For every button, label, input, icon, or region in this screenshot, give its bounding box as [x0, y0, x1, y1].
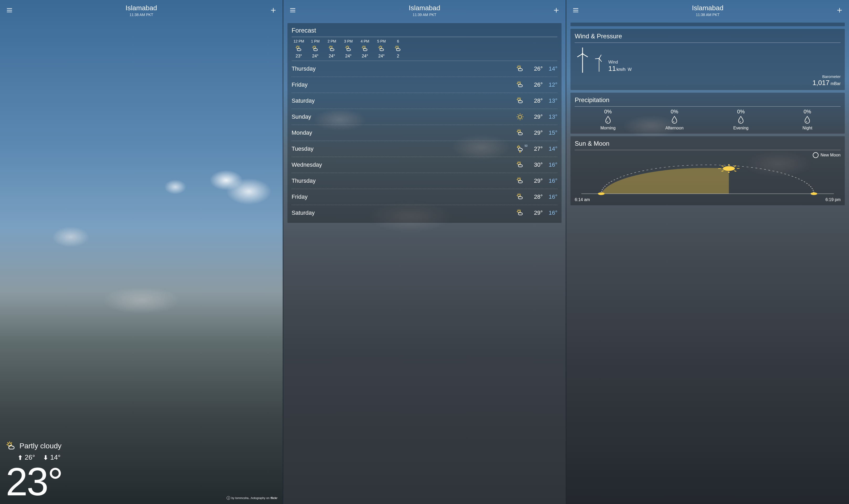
sunrise-time: 6:14 am — [575, 197, 590, 202]
day-name: Tuesday — [292, 145, 512, 152]
drop-icon — [671, 115, 678, 124]
sun-moon-panel: Sun & Moon New Moon — [571, 136, 845, 205]
day-low: 16° — [543, 161, 557, 168]
day-low: 16° — [543, 194, 557, 200]
storm-icon — [516, 145, 525, 153]
day-high: 26° — [528, 82, 543, 88]
turbine-icons — [575, 47, 604, 73]
day-name: Friday — [292, 194, 512, 200]
forecast-panel: Forecast 12 PM 23°1 PM 24°2 PM 24°3 PM 2… — [287, 23, 562, 223]
hour-temp: 24° — [373, 54, 390, 58]
flickr-label: flickr — [270, 497, 277, 500]
hour-temp: 24° — [340, 54, 357, 58]
hour-label: 2 PM — [324, 39, 340, 43]
menu-button[interactable] — [287, 4, 299, 16]
wind-direction: W — [628, 67, 632, 72]
drop-icon — [803, 115, 811, 124]
svg-line-50 — [734, 170, 736, 172]
cc-icon: c — [227, 496, 230, 500]
sun-arc — [575, 160, 841, 196]
condition-text: Partly cloudy — [19, 442, 61, 450]
hourly-item[interactable]: 12 PM 23° — [291, 39, 307, 58]
drop-icon — [737, 115, 744, 124]
hourly-item[interactable]: 5 PM 24° — [373, 39, 390, 58]
hamburger-icon — [289, 7, 296, 14]
day-name: Monday — [292, 129, 512, 136]
day-low: 13° — [543, 97, 557, 104]
forecast-title: Forecast — [292, 27, 558, 34]
plus-icon — [270, 7, 277, 14]
high-arrow-icon — [18, 455, 22, 460]
sunset-time: 6:19 pm — [825, 197, 841, 202]
daily-row[interactable]: Wednesday 30° 16° — [292, 158, 558, 172]
day-high: 29° — [528, 113, 543, 120]
precip-title: Precipitation — [575, 96, 841, 104]
menu-button[interactable] — [570, 4, 581, 16]
daily-row[interactable]: Friday 26° 12° — [292, 78, 558, 92]
hour-temp: 24° — [324, 54, 340, 58]
add-location-button[interactable] — [268, 4, 279, 16]
plus-icon — [553, 7, 560, 14]
add-location-button[interactable] — [834, 4, 845, 16]
daily-row[interactable]: Tuesday 50 27° 14° — [292, 142, 558, 156]
daily-row[interactable]: Thursday 26° 14° — [292, 62, 558, 76]
hourly-item[interactable]: 1 PM 24° — [307, 39, 324, 58]
hour-temp: 23° — [291, 54, 307, 58]
day-low: 14° — [543, 145, 557, 152]
day-high: 29° — [528, 210, 543, 216]
day-name: Thursday — [292, 65, 512, 72]
app-header: Islamabad 11:39 AM PKT — [283, 0, 566, 20]
partly-cloudy-icon — [516, 161, 525, 169]
hourly-item[interactable]: 4 PM 24° — [357, 39, 373, 58]
daily-row[interactable]: Monday 29° 15° — [292, 126, 558, 140]
current-temp: 23° — [6, 462, 279, 501]
menu-button[interactable] — [4, 4, 15, 16]
daily-row[interactable]: Saturday 28° 13° — [292, 94, 558, 108]
partly-cloudy-icon — [311, 45, 319, 53]
hour-label: 4 PM — [357, 39, 373, 43]
partly-cloudy-icon — [344, 45, 352, 53]
partly-cloudy-icon — [516, 177, 525, 185]
hourly-item[interactable]: 3 PM 24° — [340, 39, 357, 58]
wind-unit: km/h — [616, 67, 626, 72]
hourly-forecast-strip[interactable]: 12 PM 23°1 PM 24°2 PM 24°3 PM 24°4 PM 24… — [291, 39, 559, 58]
barometer-label: Barometer — [575, 74, 841, 79]
precip-period: 0% Morning — [575, 109, 641, 130]
hourly-item[interactable]: 6 2 — [390, 39, 407, 58]
low-arrow-icon — [44, 455, 48, 460]
daily-forecast-list[interactable]: Thursday 26° 14°Friday 26° 12°Saturday 2… — [292, 62, 558, 220]
daily-row[interactable]: Thursday 29° 16° — [292, 174, 558, 188]
partly-cloudy-icon — [516, 193, 525, 201]
day-name: Wednesday — [292, 161, 512, 168]
partly-cloudy-icon — [328, 45, 336, 53]
day-high: 26° — [528, 65, 543, 72]
daily-row[interactable]: Sunday 29° 13° — [292, 110, 558, 124]
attribution-text: by tommcsha...hotography on — [231, 497, 269, 500]
daily-row[interactable]: Friday 28° 16° — [292, 190, 558, 204]
drop-icon — [604, 115, 612, 124]
new-moon-icon — [813, 152, 818, 158]
precipitation-panel: Precipitation 0% Morning0% Afternoon0% E… — [571, 93, 845, 133]
photo-attribution[interactable]: c by tommcsha...hotography on flickr — [227, 496, 277, 500]
hour-temp: 24° — [357, 54, 373, 58]
day-high: 29° — [528, 177, 543, 184]
timestamp: 11:38 AM PKT — [15, 13, 268, 17]
location-name: Islamabad — [15, 4, 268, 12]
day-low: 13° — [543, 113, 557, 120]
hourly-item[interactable]: 2 PM 24° — [324, 39, 340, 58]
partly-cloudy-icon — [516, 129, 525, 137]
precip-value: 0% — [575, 109, 641, 115]
add-location-button[interactable] — [550, 4, 562, 16]
pressure-value: 1,017 — [813, 79, 830, 87]
svg-point-41 — [811, 193, 817, 195]
screen-home: Islamabad 11:38 AM PKT Partly cloudy 26°… — [0, 0, 283, 504]
day-name: Thursday — [292, 177, 512, 184]
day-low: 16° — [543, 177, 557, 184]
partly-cloudy-icon — [295, 45, 303, 53]
hour-label: 12 PM — [291, 39, 307, 43]
svg-line-47 — [722, 166, 724, 166]
svg-point-40 — [598, 193, 604, 195]
screen-details: Islamabad 11:38 AM PKT Wind & Pressure — [566, 0, 849, 504]
daily-row[interactable]: Saturday 29° 16° — [292, 206, 558, 220]
wind-speed: 11 — [608, 65, 616, 72]
